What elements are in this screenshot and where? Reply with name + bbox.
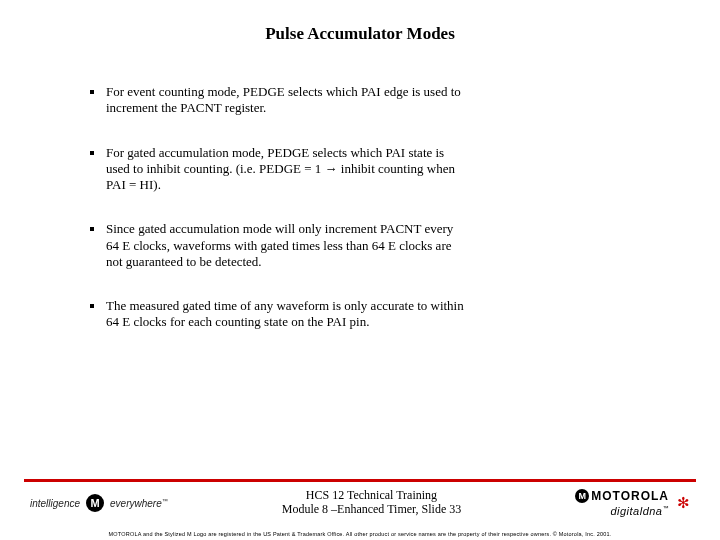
trademark-icon: ™ [162,498,168,504]
footer-line1: HCS 12 Technical Training [282,489,462,503]
motorola-wordmark: MOTOROLA [591,489,669,503]
legal-footer: MOTOROLA and the Stylized M Logo are reg… [0,531,720,537]
slide-content: For event counting mode, PEDGE selects w… [0,84,720,331]
footer-center: HCS 12 Technical Training Module 8 –Enha… [282,489,462,517]
bullet-4-text: The measured gated time of any waveform … [106,298,466,331]
bullet-1-text: For event counting mode, PEDGE selects w… [106,84,466,117]
motorola-m-icon: M [575,489,589,503]
bullet-4: The measured gated time of any waveform … [90,298,660,331]
bullet-dot-icon [90,227,94,231]
footer: intelligence M everywhere™ HCS 12 Techni… [0,484,720,522]
bullet-3: Since gated accumulation mode will only … [90,221,660,270]
everywhere-text: everywhere™ [110,498,168,509]
bullet-dot-icon [90,151,94,155]
footer-line2: Module 8 –Enhanced Timer, Slide 33 [282,503,462,517]
motorola-m-icon: M [86,494,104,512]
trademark-icon: ™ [662,505,669,511]
bullet-dot-icon [90,304,94,308]
dna-icon: ✻ [677,496,690,511]
footer-left-logo: intelligence M everywhere™ [30,494,168,512]
bullet-3-text: Since gated accumulation mode will only … [106,221,466,270]
footer-divider [24,479,696,482]
bullet-dot-icon [90,90,94,94]
intelligence-text: intelligence [30,498,80,509]
bullet-2: For gated accumulation mode, PEDGE selec… [90,145,660,194]
motorola-logo: M MOTOROLA [575,489,669,503]
slide-title: Pulse Accumulator Modes [0,0,720,84]
digitaldna-logo: digitaldna™ [610,505,669,517]
bullet-2-text: For gated accumulation mode, PEDGE selec… [106,145,466,194]
bullet-1: For event counting mode, PEDGE selects w… [90,84,660,117]
footer-right-logo: M MOTOROLA digitaldna™ ✻ [575,489,690,517]
